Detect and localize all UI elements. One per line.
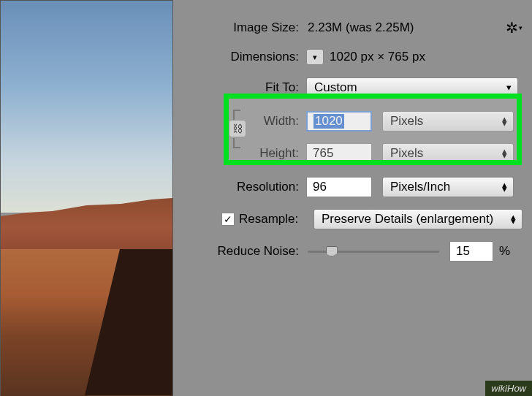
link-bracket-icon: [233, 110, 240, 120]
reduce-noise-label: Reduce Noise:: [173, 244, 299, 259]
resolution-input[interactable]: 96: [306, 177, 372, 197]
settings-gear-icon[interactable]: ✲: [506, 19, 522, 37]
resample-checkbox[interactable]: ✓: [221, 213, 235, 226]
resolution-label: Resolution:: [173, 180, 299, 194]
image-preview: [0, 0, 173, 396]
fit-to-value: Custom: [314, 80, 357, 95]
image-size-value: 2.23M (was 2.25M): [308, 20, 414, 35]
dimensions-value: 1020 px × 765 px: [330, 50, 425, 64]
fit-to-label: Fit To:: [173, 80, 299, 95]
height-unit-select[interactable]: Pixels: [382, 143, 514, 164]
height-label: Height:: [173, 146, 299, 161]
resample-select[interactable]: Preserve Details (enlargement): [314, 209, 522, 229]
width-unit-select[interactable]: Pixels: [382, 111, 514, 132]
reduce-noise-slider[interactable]: [308, 244, 439, 259]
height-input[interactable]: 765: [306, 143, 372, 164]
image-size-panel: ✲ Image Size: 2.23M (was 2.25M) Dimensio…: [173, 0, 532, 396]
fit-to-select[interactable]: Custom: [306, 77, 518, 98]
dimensions-label: Dimensions:: [173, 50, 299, 64]
resolution-unit-select[interactable]: Pixels/Inch: [382, 177, 514, 197]
resolution-value: 96: [313, 180, 327, 194]
link-bracket-icon: [233, 138, 240, 148]
constrain-proportions-icon[interactable]: ⛓: [229, 120, 246, 137]
reduce-noise-input[interactable]: 15: [449, 241, 493, 262]
percent-label: %: [499, 244, 510, 259]
watermark: wikiHow: [485, 381, 532, 396]
dimensions-unit-dropdown[interactable]: ▾: [306, 49, 324, 65]
width-input[interactable]: 1020: [306, 111, 372, 132]
resample-label: Resample:: [239, 212, 309, 226]
height-value: 765: [313, 146, 333, 161]
width-value: 1020: [314, 114, 344, 129]
image-size-label: Image Size:: [173, 20, 299, 35]
